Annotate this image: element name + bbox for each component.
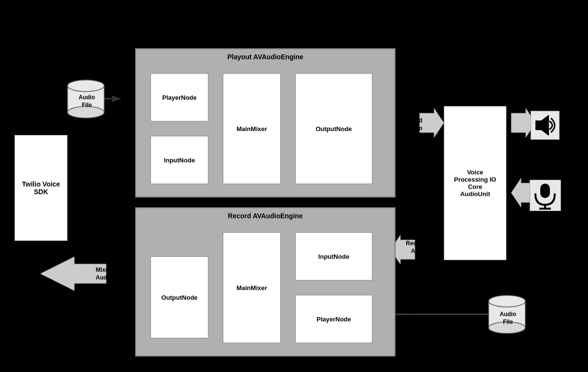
svg-rect-28 — [535, 120, 541, 130]
player-node-top: PlayerNode — [150, 73, 208, 121]
input-node-top: InputNode — [150, 136, 208, 184]
output-node-bottom: OutputNode — [150, 256, 208, 338]
output-node-top: OutputNode — [295, 73, 372, 184]
microphone-icon — [526, 176, 564, 214]
recorded-audio-label: RecordedAudio — [402, 240, 436, 255]
top-panel: Playout AVAudioEngine PlayerNode InputNo… — [135, 48, 396, 198]
svg-point-11 — [489, 295, 525, 307]
playout-audio-samples-label: PlayoutAudioSamples — [75, 147, 113, 170]
main-mixer-bottom: MainMixer — [223, 232, 281, 343]
audio-file-label-bottom: AudioFile — [494, 311, 521, 326]
player-node-bottom: PlayerNode — [295, 295, 372, 343]
mixed-audio-label-bottom: MixedAudio — [88, 266, 120, 281]
svg-rect-31 — [540, 184, 550, 198]
input-node-bottom: InputNode — [295, 232, 372, 280]
bottom-panel: Record AVAudioEngine OutputNode MainMixe… — [135, 207, 396, 357]
audio-file-label-top: AudioFile — [73, 94, 100, 109]
bottom-panel-title: Record AVAudioEngine — [228, 212, 302, 220]
mixed-audio-label-top: MixedAudio — [398, 117, 430, 132]
main-mixer-top: MainMixer — [223, 73, 281, 184]
svg-point-8 — [489, 295, 525, 307]
top-panel-title: Playout AVAudioEngine — [227, 53, 303, 61]
diagram: Playout AVAudioEngine PlayerNode InputNo… — [0, 0, 588, 372]
music-note-top: ♩ — [108, 95, 112, 104]
twilio-sdk-box: Twilio Voice SDK — [14, 135, 68, 241]
music-note-bottom: ♩ — [409, 311, 413, 320]
voice-processing-box: Voice Processing IO Core AudioUnit — [444, 106, 506, 260]
svg-point-4 — [68, 80, 104, 92]
speaker-icon — [526, 108, 564, 142]
svg-point-7 — [68, 80, 104, 92]
